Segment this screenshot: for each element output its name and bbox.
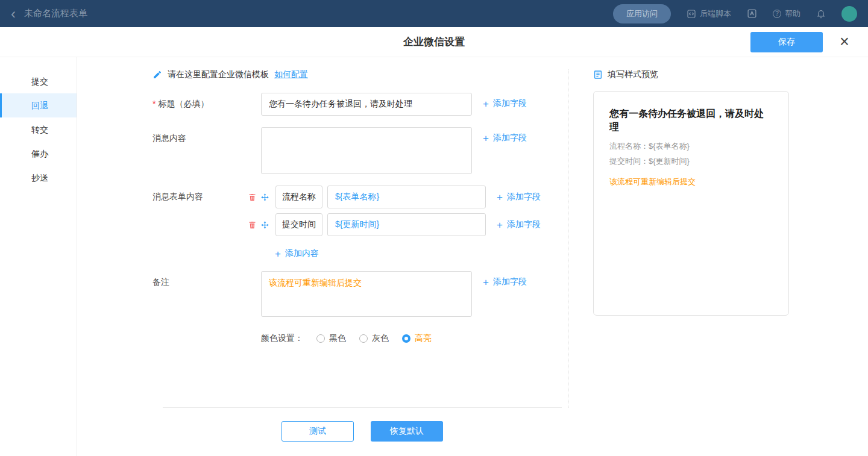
preview-card-line-1: 流程名称：${表单名称}: [609, 141, 773, 152]
remark-label: 备注: [153, 271, 261, 288]
restore-default-button[interactable]: 恢复默认: [371, 421, 443, 442]
message-content-textarea[interactable]: [261, 127, 472, 174]
backend-script-label: 后端脚本: [700, 8, 731, 19]
config-hint-row: 请在这里配置企业微信模板 如何配置: [153, 69, 308, 80]
radio-checked-icon: [402, 334, 410, 343]
radio-highlight-label: 高亮: [415, 333, 432, 344]
preview-card-title: 您有一条待办任务被退回，请及时处理: [609, 107, 773, 134]
code-icon: [687, 9, 696, 19]
radio-gray[interactable]: 灰色: [359, 333, 389, 344]
message-form-label: 消息表单内容: [153, 186, 261, 202]
color-setting-row: 颜色设置： 黑色 灰色 高亮: [261, 333, 432, 344]
preview-card-line-2: 提交时间：${更新时间}: [609, 156, 773, 167]
modal-header: 企业微信设置 保存 ×: [0, 27, 868, 57]
document-icon: [593, 70, 603, 80]
message-form-rows: + 添加字段 + 添加字段: [248, 186, 541, 259]
delete-icon[interactable]: [248, 220, 257, 230]
field-value-input[interactable]: [327, 213, 486, 236]
back-icon[interactable]: ‹: [11, 7, 16, 21]
add-field-label: 添加字段: [493, 98, 527, 109]
footer-buttons: 测试 恢复默认: [163, 421, 562, 442]
topbar-right: 应用访问 后端脚本 ? 帮助: [613, 4, 857, 23]
preview-header: 填写样式预览: [593, 69, 789, 80]
radio-black-label: 黑色: [329, 333, 346, 344]
add-field-label: 添加字段: [507, 219, 541, 230]
add-field-link-title[interactable]: + 添加字段: [483, 98, 527, 109]
move-icon[interactable]: [260, 193, 269, 202]
sidebar-item-cc[interactable]: 抄送: [0, 166, 77, 190]
plus-icon: +: [483, 99, 489, 109]
sidebar-item-return[interactable]: 回退: [0, 93, 77, 117]
field-name-input[interactable]: [275, 186, 322, 208]
horizontal-divider: [163, 407, 562, 408]
add-field-label: 添加字段: [507, 192, 541, 202]
help-button[interactable]: ? 帮助: [773, 8, 800, 19]
preview-header-label: 填写样式预览: [608, 69, 658, 80]
vertical-divider: [568, 69, 568, 408]
add-field-link-row-1[interactable]: + 添加字段: [497, 192, 541, 202]
sidebar-item-transfer[interactable]: 转交: [0, 117, 77, 142]
field-name-input[interactable]: [275, 213, 322, 236]
sidebar-item-submit[interactable]: 提交: [0, 69, 77, 93]
title-label: *标题（必填）: [153, 93, 261, 110]
remark-row: 备注 该流程可重新编辑后提交 + 添加字段: [153, 271, 527, 317]
required-asterisk: *: [153, 99, 156, 108]
radio-icon: [316, 334, 325, 343]
field-value-input[interactable]: [327, 186, 486, 208]
form-content-row-1: + 添加字段: [248, 186, 541, 208]
plus-icon: +: [483, 277, 489, 287]
app-access-button[interactable]: 应用访问: [613, 4, 671, 23]
font-style-icon[interactable]: [747, 8, 757, 19]
message-form-content-row: 消息表单内容 + 添加字段: [153, 186, 541, 259]
modal-title: 企业微信设置: [0, 27, 868, 57]
delete-icon[interactable]: [248, 193, 257, 202]
topbar: ‹ 未命名流程表单 应用访问 后端脚本 ? 帮助: [0, 0, 868, 27]
preview-card: 您有一条待办任务被退回，请及时处理 流程名称：${表单名称} 提交时间：${更新…: [593, 91, 789, 316]
plus-icon: +: [497, 192, 503, 202]
radio-gray-label: 灰色: [372, 333, 389, 344]
wechat-settings-modal: 企业微信设置 保存 × 提交 回退 转交 催办 抄送 请在这里配置企业微信模板 …: [0, 27, 868, 456]
bell-icon[interactable]: [816, 9, 826, 19]
sidebar-item-urge[interactable]: 催办: [0, 142, 77, 166]
pencil-icon: [153, 70, 162, 80]
move-icon[interactable]: [260, 220, 269, 230]
modal-body: 提交 回退 转交 催办 抄送 请在这里配置企业微信模板 如何配置 *标题（必填）…: [0, 57, 868, 456]
title-label-text: 标题（必填）: [158, 99, 209, 108]
radio-highlight[interactable]: 高亮: [402, 333, 432, 344]
sidebar: 提交 回退 转交 催办 抄送: [0, 57, 77, 456]
form-content-row-2: + 添加字段: [248, 213, 541, 236]
add-field-link-row-2[interactable]: + 添加字段: [497, 219, 541, 230]
add-field-link-remark[interactable]: + 添加字段: [483, 276, 527, 287]
topbar-left: ‹ 未命名流程表单: [11, 7, 87, 21]
avatar[interactable]: [841, 6, 857, 22]
help-label: 帮助: [785, 8, 800, 19]
form-footer: 测试 恢复默认: [163, 407, 562, 442]
radio-black[interactable]: 黑色: [316, 333, 346, 344]
radio-icon: [359, 334, 368, 343]
test-button[interactable]: 测试: [281, 421, 354, 442]
plus-icon: +: [275, 249, 281, 259]
page-title: 未命名流程表单: [24, 8, 87, 19]
title-input[interactable]: [261, 93, 472, 116]
save-button[interactable]: 保存: [750, 32, 823, 52]
add-field-label: 添加字段: [493, 276, 527, 287]
add-content-label: 添加内容: [285, 248, 319, 259]
color-setting-label: 颜色设置：: [261, 333, 303, 344]
how-to-configure-link[interactable]: 如何配置: [274, 69, 308, 80]
add-field-label: 添加字段: [493, 133, 527, 143]
template-config-form: 请在这里配置企业微信模板 如何配置 *标题（必填） + 添加字段 消息内容: [77, 57, 568, 456]
message-content-row: 消息内容 + 添加字段: [153, 127, 527, 174]
preview-card-highlight: 该流程可重新编辑后提交: [609, 176, 773, 187]
question-icon: ?: [773, 10, 781, 18]
plus-icon: +: [483, 133, 489, 143]
message-content-label: 消息内容: [153, 127, 261, 144]
title-field-row: *标题（必填） + 添加字段: [153, 93, 527, 116]
preview-panel: 填写样式预览 您有一条待办任务被退回，请及时处理 流程名称：${表单名称} 提交…: [593, 69, 789, 316]
add-content-link[interactable]: + 添加内容: [275, 248, 541, 259]
remark-textarea[interactable]: 该流程可重新编辑后提交: [261, 271, 472, 317]
add-field-link-message[interactable]: + 添加字段: [483, 133, 527, 143]
close-icon[interactable]: ×: [834, 32, 855, 52]
hint-text: 请在这里配置企业微信模板: [168, 69, 269, 80]
backend-script-button[interactable]: 后端脚本: [687, 8, 731, 19]
plus-icon: +: [497, 220, 503, 230]
